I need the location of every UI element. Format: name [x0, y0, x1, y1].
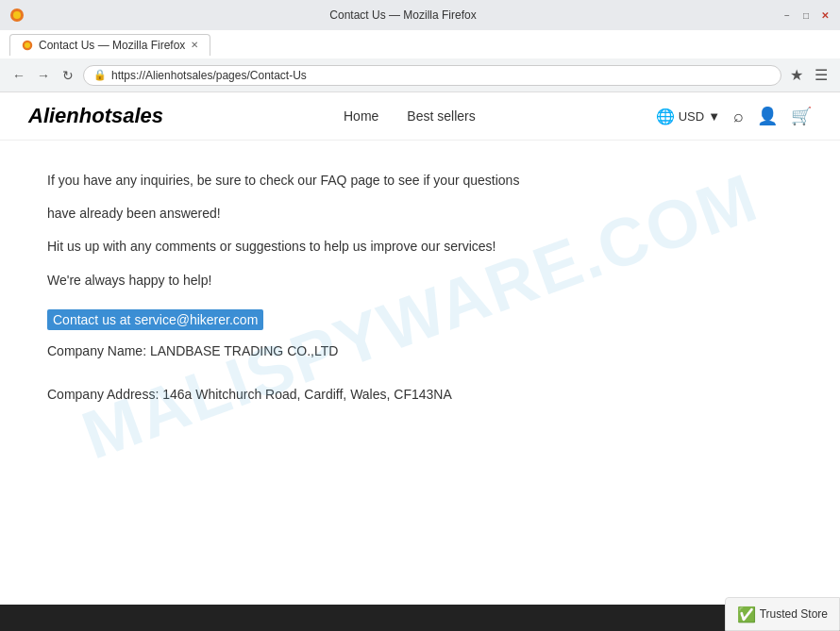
globe-icon: 🌐: [656, 108, 675, 125]
currency-label: USD: [679, 109, 704, 124]
tab-label: Contact Us — Mozilla Firefox: [39, 39, 185, 52]
paragraph-4: We're always happy to help!: [47, 269, 764, 292]
url-path: /pages/Contact-Us: [212, 69, 306, 82]
nav-home[interactable]: Home: [344, 108, 378, 124]
tab-close-button[interactable]: ✕: [191, 40, 198, 50]
site-actions: 🌐 USD ▼ ⌕ 👤 🛒: [656, 106, 812, 126]
url-bar[interactable]: 🔒 https://Alienhotsales/pages/Contact-Us: [83, 65, 781, 86]
currency-selector[interactable]: 🌐 USD ▼: [656, 108, 720, 125]
title-bar-left: [9, 8, 25, 23]
nav-best-sellers[interactable]: Best sellers: [407, 108, 475, 124]
menu-icon[interactable]: ☰: [812, 66, 831, 85]
chevron-down-icon: ▼: [708, 109, 720, 124]
paragraph-2: have already been answered!: [47, 202, 764, 225]
minimize-button[interactable]: −: [781, 9, 793, 21]
svg-point-3: [25, 42, 30, 48]
cart-icon[interactable]: 🛒: [791, 106, 812, 126]
trusted-store-badge[interactable]: ✅ Trusted Store: [725, 597, 840, 631]
contact-email-link[interactable]: Contact us at service@hikerer.com: [47, 309, 263, 330]
website: Alienhotsales Home Best sellers 🌐 USD ▼ …: [0, 92, 840, 631]
bookmark-icon[interactable]: ★: [787, 66, 806, 85]
reload-button[interactable]: ↻: [59, 66, 77, 85]
page-content: If you have any inquiries, be sure to ch…: [0, 141, 812, 436]
browser-title: Contact Us — Mozilla Firefox: [25, 8, 781, 22]
browser-chrome: Contact Us — Mozilla Firefox − □ ✕ Conta…: [0, 0, 840, 92]
search-icon[interactable]: ⌕: [733, 107, 744, 126]
svg-point-1: [13, 11, 21, 19]
active-tab[interactable]: Contact Us — Mozilla Firefox ✕: [9, 34, 210, 56]
company-address: Company Address: 146a Whitchurch Road, C…: [47, 387, 764, 402]
paragraph-3: Hit us up with any comments or suggestio…: [47, 235, 764, 258]
address-bar: ← → ↻ 🔒 https://Alienhotsales/pages/Cont…: [0, 58, 840, 92]
window-controls[interactable]: − □ ✕: [781, 9, 831, 21]
url-protocol: https://: [111, 69, 145, 82]
account-icon[interactable]: 👤: [757, 106, 778, 126]
tab-favicon: [22, 40, 33, 51]
tab-bar: Contact Us — Mozilla Firefox ✕: [0, 30, 840, 58]
lock-icon: 🔒: [93, 69, 107, 81]
close-button[interactable]: ✕: [819, 9, 831, 21]
paragraph-1: If you have any inquiries, be sure to ch…: [47, 169, 764, 192]
bottom-bar: [0, 605, 840, 631]
site-logo[interactable]: Alienhotsales: [28, 104, 163, 128]
url-domain: Alienhotsales: [145, 69, 212, 82]
firefox-icon: [9, 8, 25, 23]
title-bar: Contact Us — Mozilla Firefox − □ ✕: [0, 0, 840, 30]
forward-button[interactable]: →: [34, 66, 53, 85]
shield-icon: ✅: [737, 606, 754, 623]
back-button[interactable]: ←: [9, 66, 28, 85]
site-header: Alienhotsales Home Best sellers 🌐 USD ▼ …: [0, 92, 840, 141]
maximize-button[interactable]: □: [800, 9, 812, 21]
trusted-store-label: Trusted Store: [760, 607, 828, 621]
site-nav: Home Best sellers: [344, 108, 476, 124]
company-name: Company Name: LANDBASE TRADING CO.,LTD: [47, 343, 764, 358]
url-display: https://Alienhotsales/pages/Contact-Us: [111, 69, 307, 82]
